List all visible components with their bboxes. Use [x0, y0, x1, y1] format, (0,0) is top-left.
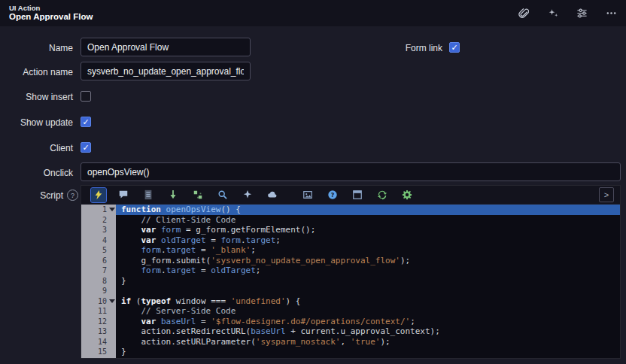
script-help-icon[interactable]: ? — [67, 190, 78, 201]
code-line-text: function openOpsView() { — [116, 205, 620, 215]
name-input[interactable] — [81, 38, 251, 56]
editor-toolbar: ?> — [81, 186, 620, 205]
script-label: Script — [40, 190, 63, 201]
line-number: 10 — [81, 296, 116, 307]
merge-code-icon[interactable] — [190, 188, 205, 202]
show-update-label: Show update — [0, 117, 73, 128]
code-line-text — [116, 286, 620, 296]
attachment-icon[interactable] — [518, 8, 529, 19]
header-actions — [518, 8, 617, 19]
settings-icon[interactable] — [400, 188, 415, 202]
code-line-text: } — [116, 276, 620, 287]
code-line[interactable]: 8} — [81, 276, 620, 287]
line-number: 5 — [81, 245, 116, 256]
code-line-text: form.target = '_blank'; — [116, 245, 620, 256]
line-number: 15 — [81, 347, 116, 357]
favorites-icon[interactable] — [240, 188, 255, 202]
line-number: 2 — [81, 215, 116, 226]
svg-text:?: ? — [331, 192, 335, 199]
code-line-text: // Server-Side Code — [116, 306, 620, 317]
line-number: 3 — [81, 225, 116, 235]
sync-icon[interactable] — [375, 188, 390, 202]
action-name-input[interactable] — [81, 62, 251, 80]
help-icon[interactable]: ? — [325, 188, 340, 202]
line-number: 8 — [81, 276, 116, 287]
client-checkbox[interactable]: ✓ — [81, 142, 91, 153]
code-line[interactable]: 1function openOpsView() { — [81, 205, 620, 215]
line-number: 12 — [81, 317, 116, 327]
line-number: 4 — [81, 235, 116, 246]
code-line[interactable]: 12 var baseUrl = '$flow-designer.do#/ope… — [81, 317, 620, 327]
more-icon[interactable] — [606, 8, 617, 19]
code-line-text: form.target = oldTarget; — [116, 265, 620, 276]
comment-icon[interactable] — [116, 188, 131, 202]
code-line-text: action.setRedirectURL(baseUrl + current.… — [116, 326, 620, 337]
page-title: Open Approval Flow — [9, 12, 93, 23]
format-document-icon[interactable] — [141, 188, 156, 202]
line-number: 13 — [81, 326, 116, 337]
indent-icon[interactable] — [166, 188, 181, 202]
code-line-text: action.setURLParameter('sysparm_nostack'… — [116, 337, 620, 347]
record-type-label: UI Action — [9, 4, 93, 12]
onclick-input[interactable] — [81, 162, 621, 181]
line-number: 11 — [81, 306, 116, 317]
code-line[interactable]: 2 // Client-Side Code — [81, 215, 620, 226]
line-number: 6 — [81, 256, 116, 266]
cloud-icon[interactable] — [265, 188, 280, 202]
image-icon[interactable] — [300, 188, 315, 202]
code-line-text: if (typeof window === 'undefined') { — [116, 296, 620, 307]
onclick-label: Onclick — [0, 168, 73, 178]
magic-wand-icon[interactable] — [547, 8, 558, 19]
code-line-text: var baseUrl = '$flow-designer.do#/operat… — [116, 317, 620, 327]
line-number: 7 — [81, 265, 116, 276]
action-name-label: Action name — [0, 67, 73, 77]
code-line[interactable]: 7 form.target = oldTarget; — [81, 265, 620, 276]
code-line[interactable]: 10if (typeof window === 'undefined') { — [81, 296, 620, 307]
code-line-text: // Client-Side Code — [116, 215, 620, 226]
header-bar: UI Action Open Approval Flow — [0, 0, 626, 26]
fold-arrow-icon[interactable] — [109, 208, 115, 211]
code-line-text: var oldTarget = form.target; — [116, 235, 620, 246]
code-line-text: } — [116, 347, 620, 357]
show-insert-label: Show insert — [0, 92, 73, 102]
code-line-text: g_form.submit('sysverb_no_update_open_ap… — [116, 256, 620, 266]
code-line[interactable]: 11 // Server-Side Code — [81, 306, 620, 317]
code-line[interactable]: 14 action.setURLParameter('sysparm_nosta… — [81, 337, 620, 347]
code-line-text: var form = g_form.getFormElement(); — [116, 225, 620, 235]
show-insert-checkbox[interactable] — [81, 91, 91, 102]
line-number: 1 — [81, 205, 116, 215]
code-line[interactable]: 15} — [81, 347, 620, 357]
name-label: Name — [0, 43, 73, 53]
code-area[interactable]: 1function openOpsView() {2 // Client-Sid… — [81, 205, 620, 358]
fold-arrow-icon[interactable] — [109, 299, 115, 303]
line-number: 14 — [81, 337, 116, 347]
sliders-icon[interactable] — [576, 8, 588, 19]
form-link-checkbox[interactable]: ✓ — [449, 42, 460, 53]
form-link-label: Form link — [346, 43, 442, 53]
show-update-checkbox[interactable]: ✓ — [81, 117, 91, 127]
code-line[interactable]: 13 action.setRedirectURL(baseUrl + curre… — [81, 326, 620, 337]
script-editor: ?> 1function openOpsView() {2 // Client-… — [81, 185, 621, 359]
script-label-row: Script ? — [0, 190, 78, 201]
code-line[interactable]: 6 g_form.submit('sysverb_no_update_open_… — [81, 256, 620, 266]
code-line[interactable]: 9 — [81, 286, 620, 296]
code-line[interactable]: 3 var form = g_form.getFormElement(); — [81, 225, 620, 235]
ui-action-window: UI Action Open Approval Flow Name Form l… — [0, 0, 626, 364]
code-line[interactable]: 5 form.target = '_blank'; — [81, 245, 620, 256]
search-icon[interactable] — [215, 188, 230, 202]
client-label: Client — [0, 143, 73, 153]
line-number: 9 — [81, 286, 116, 296]
expand-toolbar-button[interactable]: > — [599, 187, 614, 202]
syntax-check-icon[interactable] — [91, 188, 106, 202]
header-titles: UI Action Open Approval Flow — [9, 4, 93, 23]
code-line[interactable]: 4 var oldTarget = form.target; — [81, 235, 620, 246]
window-icon[interactable] — [350, 188, 365, 202]
